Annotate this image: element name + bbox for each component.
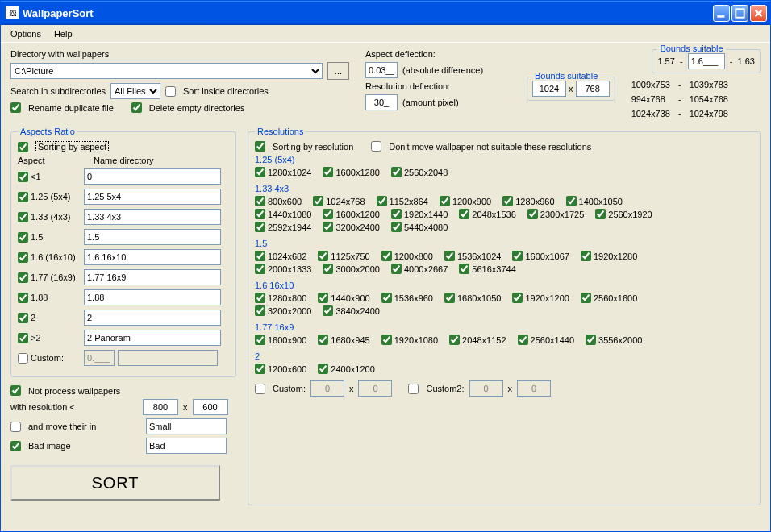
aspect-name-4[interactable] xyxy=(84,249,221,265)
bad-dir-input[interactable] xyxy=(146,438,227,454)
aspect-name-0[interactable] xyxy=(84,168,221,185)
res-checkbox-1536x1024[interactable] xyxy=(444,251,455,261)
res-label-1600x900: 1600x900 xyxy=(268,335,306,345)
res-checkbox-3556x2000[interactable] xyxy=(586,335,596,345)
res-checkbox-1200x800[interactable] xyxy=(381,251,392,261)
res-checkbox-1280x800[interactable] xyxy=(255,293,265,303)
aspect-checkbox-5[interactable] xyxy=(18,272,28,283)
aspect-name-2[interactable] xyxy=(84,209,221,225)
minimize-button[interactable] xyxy=(713,5,730,22)
not-process-w[interactable] xyxy=(143,399,178,415)
res-checkbox-1152x864[interactable] xyxy=(377,196,387,206)
sort-inside-checkbox[interactable] xyxy=(165,86,176,97)
res-checkbox-1920x1440[interactable] xyxy=(391,209,402,219)
res-checkbox-2560x1600[interactable] xyxy=(581,293,591,303)
res-checkbox-3000x2000[interactable] xyxy=(323,264,333,274)
res-checkbox-1600x1067[interactable] xyxy=(512,251,523,261)
res-checkbox-2048x1536[interactable] xyxy=(459,209,469,219)
res-checkbox-2560x1920[interactable] xyxy=(595,209,606,219)
res-checkbox-1600x1280[interactable] xyxy=(323,167,333,177)
res-def-input[interactable] xyxy=(365,94,398,110)
not-process-h[interactable] xyxy=(193,399,228,415)
res-checkbox-4000x2667[interactable] xyxy=(391,264,402,274)
aspect-checkbox-7[interactable] xyxy=(18,313,28,323)
res-checkbox-1125x750[interactable] xyxy=(318,251,328,261)
rename-dup-checkbox[interactable] xyxy=(10,102,21,113)
sort-button[interactable]: SORT xyxy=(10,465,220,501)
aspect-def-input[interactable] xyxy=(365,62,398,78)
aspect-name-8[interactable] xyxy=(84,330,221,346)
aspect-checkbox-3[interactable] xyxy=(18,232,28,243)
menu-options[interactable]: Options xyxy=(4,27,48,41)
res-checkbox-1280x1024[interactable] xyxy=(255,167,265,177)
res-checkbox-2300x1725[interactable] xyxy=(527,209,538,219)
menu-help[interactable]: Help xyxy=(48,27,79,41)
custom-aspect-value[interactable] xyxy=(84,350,115,366)
custom2-w[interactable] xyxy=(469,380,503,397)
res-checkbox-1600x900[interactable] xyxy=(255,335,265,345)
not-process-checkbox[interactable] xyxy=(10,385,21,396)
res-checkbox-1024x682[interactable] xyxy=(255,251,265,261)
aspect-checkbox-1[interactable] xyxy=(18,192,28,202)
res-checkbox-1920x1280[interactable] xyxy=(581,251,591,261)
res-checkbox-2592x1944[interactable] xyxy=(255,222,265,232)
custom-aspect-name[interactable] xyxy=(118,350,218,366)
maximize-button[interactable] xyxy=(731,5,748,22)
custom2-h[interactable] xyxy=(517,380,551,397)
res-checkbox-1400x1050[interactable] xyxy=(566,196,577,206)
custom-res-checkbox[interactable] xyxy=(255,384,265,394)
res-checkbox-1920x1080[interactable] xyxy=(381,335,392,345)
res-checkbox-1024x768[interactable] xyxy=(313,196,323,206)
res-checkbox-2560x1440[interactable] xyxy=(518,335,528,345)
bad-image-checkbox[interactable] xyxy=(10,441,21,451)
res-checkbox-5440x4080[interactable] xyxy=(391,222,402,232)
res-checkbox-1920x1200[interactable] xyxy=(512,293,523,303)
sort-by-res-checkbox[interactable] xyxy=(255,141,265,152)
res-checkbox-3840x2400[interactable] xyxy=(323,305,333,316)
and-move-checkbox[interactable] xyxy=(10,422,21,432)
res-checkbox-800x600[interactable] xyxy=(255,196,265,206)
del-empty-checkbox[interactable] xyxy=(131,102,142,113)
res-checkbox-2000x1333[interactable] xyxy=(255,264,265,274)
aspect-name-7[interactable] xyxy=(84,310,221,326)
aspect-checkbox-0[interactable] xyxy=(18,172,28,182)
dont-move-checkbox[interactable] xyxy=(371,141,381,152)
aspect-checkbox-6[interactable] xyxy=(18,293,28,303)
res-checkbox-1680x1050[interactable] xyxy=(444,293,455,303)
bounds-mid-input[interactable] xyxy=(688,53,725,69)
aspect-checkbox-2[interactable] xyxy=(18,212,28,222)
res-checkbox-2400x1200[interactable] xyxy=(318,364,328,374)
res-checkbox-2048x1152[interactable] xyxy=(449,335,460,345)
res-checkbox-1440x900[interactable] xyxy=(318,293,328,303)
res-checkbox-3200x2000[interactable] xyxy=(255,305,265,316)
aspect-name-1[interactable] xyxy=(84,189,221,205)
browse-button[interactable]: ... xyxy=(327,62,349,80)
custom-res-w[interactable] xyxy=(310,380,344,397)
aspect-name-5[interactable] xyxy=(84,269,221,285)
custom2-checkbox[interactable] xyxy=(408,384,419,394)
res-checkbox-1200x900[interactable] xyxy=(440,196,450,206)
bounds-w-input[interactable] xyxy=(532,81,566,97)
res-checkbox-1536x960[interactable] xyxy=(381,293,392,303)
search-sub-combo[interactable]: All Files xyxy=(110,83,160,99)
directory-combo[interactable]: C:\Picture xyxy=(10,63,323,79)
res-checkbox-2560x2048[interactable] xyxy=(391,167,402,177)
bounds-h-input[interactable] xyxy=(576,81,610,97)
aspect-checkbox-8[interactable] xyxy=(18,333,28,343)
res-label-3200x2000: 3200x2000 xyxy=(268,306,311,316)
custom-aspect-checkbox[interactable] xyxy=(18,353,28,364)
res-checkbox-1680x945[interactable] xyxy=(318,335,328,345)
close-button[interactable] xyxy=(750,5,767,22)
res-checkbox-1280x960[interactable] xyxy=(502,196,513,206)
custom-res-h[interactable] xyxy=(358,380,392,397)
res-checkbox-1440x1080[interactable] xyxy=(255,209,265,219)
aspect-name-6[interactable] xyxy=(84,289,221,305)
aspect-name-3[interactable] xyxy=(84,229,221,245)
res-checkbox-1200x600[interactable] xyxy=(255,364,265,374)
aspect-checkbox-4[interactable] xyxy=(18,252,28,263)
res-checkbox-3200x2400[interactable] xyxy=(323,222,333,232)
res-checkbox-1600x1200[interactable] xyxy=(323,209,333,219)
move-dir-input[interactable] xyxy=(146,418,227,434)
res-checkbox-5616x3744[interactable] xyxy=(459,264,469,274)
sort-by-aspect-checkbox[interactable] xyxy=(18,142,28,152)
